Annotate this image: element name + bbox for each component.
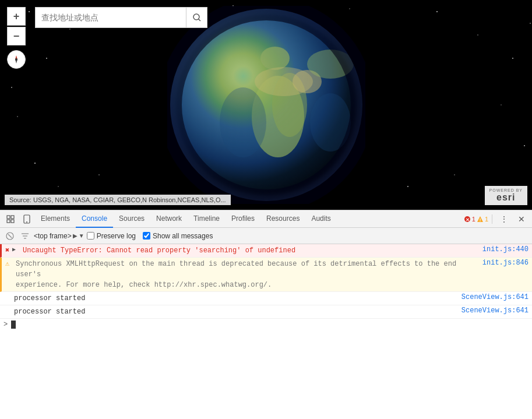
console-message: processor startedSceneView.js:641 [0,305,532,319]
svg-point-13 [407,186,408,187]
preserve-log-checkbox[interactable] [87,232,94,240]
preserve-log-label[interactable]: Preserve log [87,232,136,240]
devtools-inspect-button[interactable] [2,211,19,227]
svg-rect-42 [11,220,14,223]
svg-text:✕: ✕ [465,217,469,222]
frame-dropdown-icon: ▼ [79,233,84,239]
svg-rect-40 [11,216,14,219]
expand-arrow-icon[interactable]: ▶ [12,246,16,253]
svg-point-12 [58,186,59,187]
tab-console[interactable]: Console [76,210,113,228]
compass-button[interactable] [7,50,26,69]
console-toolbar: <top frame> ▶ ▼ Preserve log Show all me… [0,228,532,244]
console-message: processor startedSceneView.js:641 [0,292,532,305]
devtools-more-button[interactable]: ⋮ [496,211,512,227]
message-content: processor started [14,307,450,317]
frame-selector[interactable]: <top frame> ▶ ▼ [34,232,84,240]
message-source-link[interactable]: init.js:846 [471,259,529,267]
console-filter-button[interactable] [19,230,31,242]
console-clear-button[interactable] [3,230,16,242]
devtools-close-button[interactable]: ✕ [513,211,530,227]
console-prompt: > [3,321,8,329]
console-message: ⚠Synchronous XMLHttpRequest on the main … [0,258,532,292]
svg-point-3 [46,58,47,59]
message-source-link[interactable]: init.js:440 [471,245,529,253]
frame-arrow-icon: ▶ [73,233,77,239]
message-content: processor started [14,293,450,304]
console-cursor[interactable] [11,321,16,329]
svg-rect-39 [7,216,10,219]
separator [492,214,492,224]
svg-rect-41 [7,220,10,223]
svg-point-17 [11,87,12,88]
tab-network[interactable]: Network [150,210,188,228]
globe [167,6,365,204]
svg-text:!: ! [480,217,481,223]
search-button[interactable] [186,7,207,28]
map-area: + − Source: USGS, NGA, NASA, CGIAR, GEBC… [0,0,532,210]
svg-point-6 [477,34,478,36]
devtools-tabs: ElementsConsoleSourcesNetworkTimelinePro… [35,210,337,228]
esri-logo: POWERED BY esri [485,186,527,205]
tab-profiles[interactable]: Profiles [226,210,260,228]
show-all-messages-label[interactable]: Show all messages [143,232,213,240]
svg-point-18 [530,23,531,24]
svg-point-36 [15,58,17,61]
svg-point-8 [501,104,502,105]
message-source-link[interactable]: SceneView.js:641 [450,293,529,301]
tab-timeline[interactable]: Timeline [188,210,226,228]
svg-point-1 [29,11,30,12]
map-attribution: Source: USGS, NGA, NASA, CGIAR, GEBCO,N … [5,195,231,205]
search-input[interactable] [35,7,186,28]
svg-point-11 [34,163,36,164]
show-all-messages-checkbox[interactable] [143,232,150,240]
console-message: ✖▶Uncaught TypeError: Cannot read proper… [0,244,532,258]
svg-point-44 [26,221,27,223]
console-messages: ✖▶Uncaught TypeError: Cannot read proper… [0,244,532,419]
tab-resources[interactable]: Resources [260,210,305,228]
svg-point-7 [512,58,513,59]
devtools-tabs-toolbar: ElementsConsoleSourcesNetworkTimelinePro… [0,210,532,228]
zoom-in-button[interactable]: + [7,7,26,26]
map-controls: + − [7,7,26,69]
message-source-link[interactable]: SceneView.js:641 [450,307,529,315]
filter-icon [20,231,30,241]
clear-icon [5,231,15,241]
warning-message-icon: ⚠ [5,259,9,268]
warning-badge: ! 1 [477,216,488,223]
inspect-icon [6,214,15,224]
tab-sources[interactable]: Sources [113,210,150,228]
warning-triangle-icon: ! [477,216,484,223]
message-content: Synchronous XMLHttpRequest on the main t… [16,259,471,290]
svg-line-50 [8,234,12,238]
console-input-row: > [0,319,532,330]
svg-point-10 [17,116,18,117]
error-message-icon: ✖ [5,246,9,255]
devtools-panel: ElementsConsoleSourcesNetworkTimelinePro… [0,210,532,419]
devtools-mobile-button[interactable] [19,211,35,227]
devtools-toolbar-right: ✕ 1 ! 1 ⋮ ✕ [464,211,530,227]
search-bar [35,7,207,28]
svg-point-9 [524,145,525,146]
svg-point-2 [69,29,71,30]
svg-point-5 [436,11,438,12]
error-circle-icon: ✕ [464,216,471,223]
error-badge: ✕ 1 [464,216,475,223]
zoom-out-button[interactable]: − [7,27,26,45]
svg-point-16 [98,174,100,175]
tab-audits[interactable]: Audits [305,210,336,228]
tab-elements[interactable]: Elements [35,210,76,228]
svg-line-38 [198,19,200,22]
svg-point-14 [454,174,455,175]
search-icon [192,13,202,22]
message-content: Uncaught TypeError: Cannot read property… [16,245,471,256]
mobile-icon [23,214,31,224]
